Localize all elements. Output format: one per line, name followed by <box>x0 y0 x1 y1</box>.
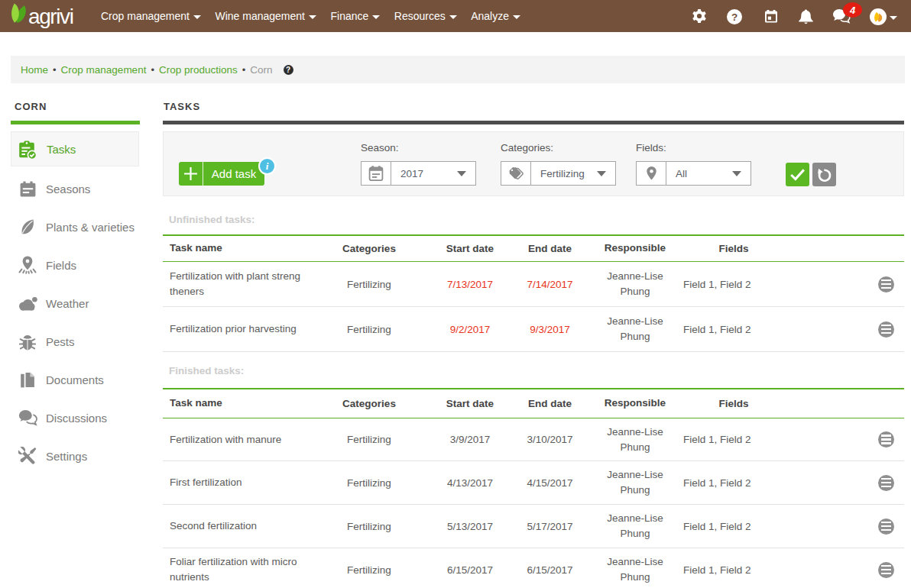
svg-text:?: ? <box>731 11 738 23</box>
